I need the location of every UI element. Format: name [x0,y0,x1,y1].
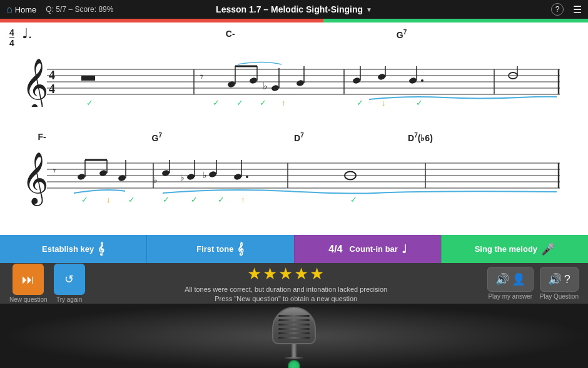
svg-point-65 [208,171,217,178]
retry-icon: ↺ [64,272,74,286]
svg-text:𝄞: 𝄞 [22,59,49,107]
svg-rect-12 [81,76,95,81]
svg-text:♭: ♭ [180,173,185,182]
chord-g7-2: G7 [152,132,162,143]
menu-button[interactable]: ☰ [573,4,582,16]
svg-text:4: 4 [49,68,55,82]
playback-buttons-group: 🔊 👤 Play my answer 🔊 ? Play Question [487,267,579,300]
play-question-label: Play Question [540,293,579,300]
result-line2: Press "New question" to obtain a new que… [215,295,357,302]
count-in-label: Count-in bar [350,244,398,254]
top-bar: ⌂ Home Q: 5/7 – Score: 89% Lesson 1.7 – … [0,0,588,19]
staff-1: 𝄞 4 4 𝄾 ♭ [19,57,563,107]
chord-f-minor: F- [38,132,46,142]
first-tone-label: First tone [196,244,233,254]
svg-text:✓: ✓ [163,195,170,204]
svg-text:✓: ✓ [86,98,93,107]
play-question-button[interactable]: 🔊 ? [540,267,579,292]
staff-2: 𝄞 𝄾 ♭ ♭ ♭ [19,151,563,207]
speaker-icon: 🔊 [495,272,509,286]
svg-point-21 [296,79,305,87]
establish-key-button[interactable]: Establish key 𝄞 [0,235,146,263]
chord-c-minor: C- [226,29,235,39]
chord-g7: G7 [397,29,407,40]
svg-text:✓: ✓ [236,98,243,107]
try-again-label: Try again [56,296,82,303]
help-button[interactable]: ? [551,3,564,16]
speaker-icon-2: 🔊 [548,272,562,286]
svg-text:✓: ✓ [260,98,266,107]
svg-text:✓: ✓ [357,98,363,107]
microphone-visual [272,307,316,368]
treble-clef-icon-2: 𝄞 [237,242,244,256]
svg-point-16 [249,77,258,84]
results-row: ⏭ New question ↺ Try again ★★★★★ All ton… [0,263,588,304]
svg-text:♭: ♭ [263,81,268,91]
count-in-time-sig: 4/4 [328,244,342,255]
tempo-note: ♩. [22,26,32,42]
lesson-title-text: Lesson 1.7 – Melodic Sight-Singing [216,4,363,14]
treble-clef-icon-1: 𝄞 [98,242,104,256]
help-icon: ? [551,3,564,16]
grill-line-5 [278,332,310,334]
microphone-icon: 🎤 [541,242,555,256]
try-again-button[interactable]: ↺ [54,264,85,295]
svg-text:↓: ↓ [106,195,111,204]
sing-melody-button[interactable]: Sing the melody 🎤 [441,235,588,263]
dropdown-arrow-icon: ▼ [366,6,372,13]
svg-text:✓: ✓ [191,195,198,204]
play-my-answer-icons: 🔊 👤 [495,272,525,286]
grill-line-1 [278,315,310,317]
mic-base [291,344,297,357]
svg-point-30 [421,79,423,82]
play-my-answer-group: 🔊 👤 Play my answer [487,267,534,300]
svg-point-26 [377,73,386,81]
svg-text:↑: ↑ [241,195,245,204]
count-in-button[interactable]: 4/4 Count-in bar ♩ [294,235,441,263]
play-question-group: 🔊 ? Play Question [540,267,579,300]
new-question-button-group: ⏭ New question [9,264,48,303]
hamburger-icon: ☰ [573,4,582,15]
result-feedback: ★★★★★ All tones were correct, but durati… [85,264,487,302]
svg-text:✓: ✓ [213,98,220,107]
svg-text:↓: ↓ [382,98,386,107]
svg-point-52 [77,173,86,181]
svg-text:✓: ✓ [81,195,88,204]
first-tone-button[interactable]: First tone 𝄞 [146,235,293,263]
mic-stand [285,357,303,359]
svg-text:𝄾: 𝄾 [200,74,203,79]
person-icon: 👤 [512,272,525,286]
result-line1: All tones were correct, but duration and… [185,286,387,293]
chord-d7b6: D7(♭6) [408,132,433,143]
svg-text:✓: ✓ [218,195,225,204]
new-question-label: New question [9,296,48,303]
score-display: Q: 5/7 – Score: 89% [46,5,113,14]
play-question-icons: 🔊 ? [548,272,570,286]
svg-text:♭: ♭ [203,171,207,180]
star-rating: ★★★★★ [247,264,325,284]
svg-point-19 [271,84,280,92]
time-sig-label: 44 [9,27,14,48]
svg-point-28 [408,77,417,84]
svg-point-70 [246,176,248,178]
lesson-title: Lesson 1.7 – Melodic Sight-Singing ▼ [216,4,372,14]
svg-text:↑: ↑ [281,98,286,107]
home-label: Home [15,5,37,14]
mic-active-indicator [288,360,300,368]
svg-point-24 [352,77,361,84]
play-my-answer-button[interactable]: 🔊 👤 [487,267,534,292]
grill-line-4 [278,328,310,330]
mic-grill [278,313,310,340]
grill-line-2 [278,319,310,321]
sheet-music-area: 44 ♩. C- G7 𝄞 4 4 𝄾 [0,22,588,235]
grill-line-6 [278,337,310,339]
home-icon: ⌂ [6,4,13,15]
svg-text:✓: ✓ [350,195,357,204]
home-button[interactable]: ⌂ Home [6,4,36,15]
svg-text:✓: ✓ [416,98,423,107]
grill-line-3 [278,324,310,326]
sing-melody-label: Sing the melody [475,244,537,254]
chord-d7: D7 [294,132,304,143]
action-button-row: Establish key 𝄞 First tone 𝄞 4/4 Count-i… [0,235,588,263]
new-question-button[interactable]: ⏭ [13,264,44,295]
